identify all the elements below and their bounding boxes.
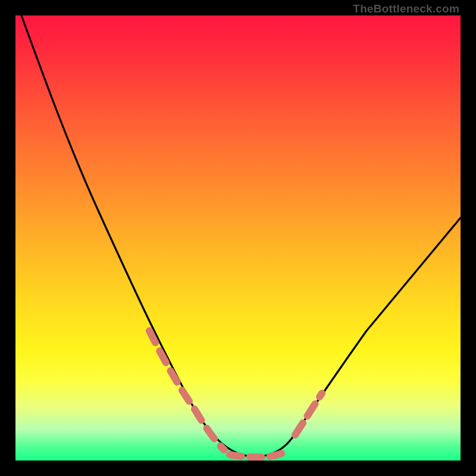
main-curve [21,15,461,456]
highlight-bottom [230,452,286,457]
curve-layer [15,15,461,461]
plot-area [15,15,461,461]
chart-frame: TheBottleneck.com [0,0,476,476]
highlight-left [149,331,224,450]
highlight-right [295,393,322,435]
attribution-text: TheBottleneck.com [353,2,459,15]
